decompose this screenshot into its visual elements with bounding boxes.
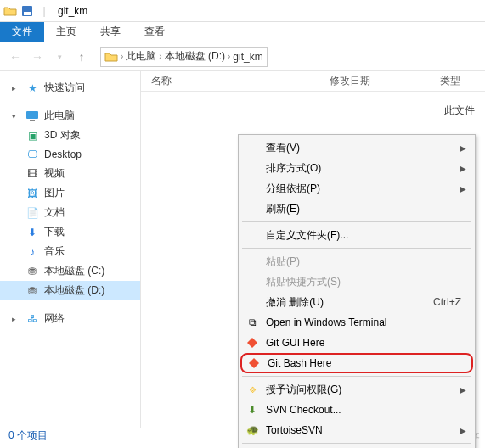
menu-git-bash[interactable]: Git Bash Here <box>240 353 473 373</box>
recent-dropdown[interactable]: ▾ <box>51 48 68 65</box>
chevron-right-icon: ▸ <box>12 84 20 92</box>
menu-tortoise-svn[interactable]: 🐢TortoiseSVN▶ <box>240 420 473 440</box>
crumb-pc[interactable]: 此电脑 <box>126 49 156 64</box>
status-bar: 0 个项目 <box>8 428 48 443</box>
sidebar-item-music[interactable]: ♪音乐 <box>0 242 140 261</box>
sidebar-this-pc[interactable]: ▾此电脑 <box>0 106 140 126</box>
sidebar-network[interactable]: ▸🖧网络 <box>0 309 140 328</box>
svg-rect-3 <box>30 120 35 121</box>
menu-grant-access[interactable]: ⎆授予访问权限(G)▶ <box>240 379 473 400</box>
menu-svn-checkout[interactable]: ⬇SVN Checkout... <box>240 400 473 420</box>
sidebar-item-disk-c[interactable]: ⛃本地磁盘 (C:) <box>0 261 140 281</box>
column-date[interactable]: 修改日期 <box>319 74 430 88</box>
document-icon: 📄 <box>25 206 39 220</box>
sidebar-item-documents[interactable]: 📄文档 <box>0 203 140 222</box>
menu-separator <box>242 221 471 222</box>
context-menu: 查看(V)▶ 排序方式(O)▶ 分组依据(P)▶ 刷新(E) 自定义文件夹(F)… <box>238 134 476 448</box>
save-icon[interactable] <box>20 4 34 18</box>
svg-rect-1 <box>24 12 31 15</box>
menu-undo[interactable]: 撤消 删除(U)Ctrl+Z <box>240 292 473 312</box>
menu-separator <box>242 376 471 377</box>
chevron-right-icon: ▸ <box>12 315 20 323</box>
sidebar-quick-access[interactable]: ▸★快速访问 <box>0 78 140 98</box>
tab-share[interactable]: 共享 <box>88 22 133 42</box>
divider-icon: | <box>37 4 51 18</box>
menu-separator <box>242 443 471 444</box>
chevron-right-icon: ▶ <box>460 385 466 395</box>
back-button[interactable]: ← <box>7 48 24 65</box>
chevron-right-icon[interactable]: › <box>156 52 164 61</box>
chevron-right-icon: ▶ <box>460 426 466 435</box>
menu-view[interactable]: 查看(V)▶ <box>240 137 473 158</box>
chevron-right-icon: ▶ <box>460 164 466 173</box>
chevron-right-icon: ▶ <box>460 143 466 153</box>
git-icon <box>245 336 259 350</box>
desktop-icon: 🖵 <box>25 148 39 161</box>
disk-icon: ⛃ <box>25 284 39 298</box>
sidebar-item-desktop[interactable]: 🖵Desktop <box>0 145 140 164</box>
menu-paste: 粘贴(P) <box>240 251 473 272</box>
tortoise-icon: 🐢 <box>245 423 259 437</box>
menu-separator <box>242 248 471 249</box>
disk-icon: ⛃ <box>25 265 39 278</box>
tab-view[interactable]: 查看 <box>133 22 177 42</box>
sidebar-item-downloads[interactable]: ⬇下载 <box>0 222 140 242</box>
sidebar-item-3d[interactable]: ▣3D 对象 <box>0 126 140 145</box>
folder-icon <box>3 4 17 18</box>
menu-sort[interactable]: 排序方式(O)▶ <box>240 158 473 178</box>
forward-button[interactable]: → <box>29 48 46 65</box>
folder-icon <box>104 50 118 64</box>
monitor-icon <box>25 109 39 123</box>
hotkey: Ctrl+Z <box>433 296 461 308</box>
network-icon: 🖧 <box>25 312 39 326</box>
menu-git-gui[interactable]: Git GUI Here <box>240 333 473 353</box>
address-bar[interactable]: › 此电脑 › 本地磁盘 (D:) › git_km <box>100 47 268 67</box>
sidebar-item-disk-d[interactable]: ⛃本地磁盘 (D:) <box>0 281 140 300</box>
tab-home[interactable]: 主页 <box>44 22 88 42</box>
cube-icon: ▣ <box>25 129 39 143</box>
window-title: git_km <box>58 5 87 17</box>
chevron-right-icon[interactable]: › <box>225 52 233 61</box>
svg-rect-2 <box>26 111 38 119</box>
git-icon <box>247 356 261 370</box>
up-button[interactable]: ↑ <box>73 48 90 65</box>
share-icon: ⎆ <box>245 383 259 396</box>
column-type[interactable]: 类型 <box>430 74 471 88</box>
menu-open-terminal[interactable]: ⧉Open in Windows Terminal <box>240 312 473 333</box>
menu-refresh[interactable]: 刷新(E) <box>240 199 473 219</box>
music-icon: ♪ <box>25 245 39 259</box>
crumb-folder[interactable]: git_km <box>233 51 262 63</box>
sidebar-item-video[interactable]: 🎞视频 <box>0 164 140 183</box>
chevron-right-icon[interactable]: › <box>118 52 126 61</box>
star-icon: ★ <box>25 81 39 95</box>
empty-folder-text: 此文件 <box>444 104 475 118</box>
chevron-down-icon: ▾ <box>12 112 20 120</box>
menu-paste-shortcut: 粘贴快捷方式(S) <box>240 272 473 292</box>
picture-icon: 🖼 <box>25 187 39 200</box>
tab-file[interactable]: 文件 <box>0 22 44 42</box>
menu-group[interactable]: 分组依据(P)▶ <box>240 178 473 199</box>
menu-customize[interactable]: 自定义文件夹(F)... <box>240 225 473 245</box>
sidebar-item-pictures[interactable]: 🖼图片 <box>0 183 140 203</box>
terminal-icon: ⧉ <box>245 316 259 329</box>
svn-icon: ⬇ <box>245 403 259 417</box>
sidebar: ▸★快速访问 ▾此电脑 ▣3D 对象 🖵Desktop 🎞视频 🖼图片 📄文档 … <box>0 71 141 428</box>
chevron-right-icon: ▶ <box>460 184 466 193</box>
download-icon: ⬇ <box>25 226 39 239</box>
column-name[interactable]: 名称 <box>141 74 319 88</box>
crumb-disk[interactable]: 本地磁盘 (D:) <box>165 49 225 64</box>
video-icon: 🎞 <box>25 167 39 181</box>
